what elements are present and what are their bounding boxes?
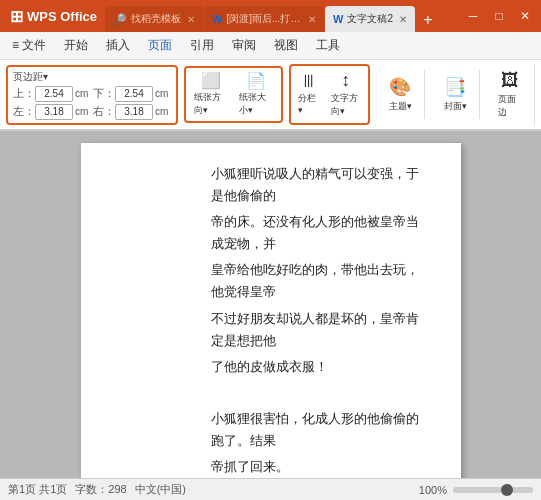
minimize-button[interactable]: ─ bbox=[461, 4, 485, 28]
text-direction-icon: ↕ bbox=[341, 71, 350, 91]
paper-orientation-group: ⬜ 纸张方向▾ 📄 纸张大小▾ bbox=[184, 66, 283, 123]
status-right: 100% bbox=[419, 484, 533, 496]
new-tab-button[interactable]: + bbox=[416, 8, 440, 32]
menu-tools[interactable]: 工具 bbox=[308, 34, 348, 57]
tab-w-icon: W bbox=[212, 13, 222, 25]
app-icon: ⊞ bbox=[10, 7, 23, 26]
left-label: 左： bbox=[13, 104, 33, 119]
columns-label: 分栏▾ bbox=[298, 92, 320, 115]
document-text: 小狐狸听说吸人的精气可以变强，于是他偷偷的 帝的床。还没有化人形的他被皇帝当成宠… bbox=[211, 163, 431, 481]
paper-direction-button[interactable]: ⬜ 纸张方向▾ bbox=[190, 70, 232, 119]
right-input[interactable] bbox=[115, 104, 153, 120]
left-input[interactable] bbox=[35, 104, 73, 120]
doc-para-3: 不过好朋友却说人都是坏的，皇帝肯定是想把他 bbox=[211, 308, 431, 352]
tab-doc1[interactable]: W [闵渡]雨后...打印格式变... ✕ bbox=[204, 6, 324, 32]
menu-file[interactable]: ≡ 文件 bbox=[4, 34, 54, 57]
columns-icon: ⫼ bbox=[300, 71, 318, 91]
menu-page[interactable]: 页面 bbox=[140, 34, 180, 57]
zoom-level: 100% bbox=[419, 484, 447, 496]
right-unit: cm bbox=[155, 106, 171, 117]
doc-para-0: 小狐狸听说吸人的精气可以变强，于是他偷偷的 bbox=[211, 163, 431, 207]
close-tab-icon[interactable]: ✕ bbox=[187, 14, 195, 25]
page-bg-group: 🖼 页面边 bbox=[486, 64, 535, 125]
doc-para-5: 小狐狸很害怕，化成人形的他偷偷的跑了。结果 bbox=[211, 408, 431, 452]
page-info: 第1页 共1页 bbox=[8, 482, 67, 497]
close-button[interactable]: ✕ bbox=[513, 4, 537, 28]
status-bar: 第1页 共1页 字数：298 中文(中国) 100% bbox=[0, 478, 541, 500]
columns-dir-group: ⫼ 分栏▾ ↕ 文字方向▾ bbox=[289, 64, 370, 125]
right-label: 右： bbox=[93, 104, 113, 119]
page-bg-icon: 🖼 bbox=[501, 70, 519, 91]
tab-bar: 🔎 找稻壳模板 ✕ W [闵渡]雨后...打印格式变... ✕ W 文字文稿2 … bbox=[105, 0, 455, 32]
margin-row-top: 上： cm 下： cm bbox=[13, 86, 171, 102]
title-bar: ⊞ WPS Office 🔎 找稻壳模板 ✕ W [闵渡]雨后...打印格式变.… bbox=[0, 0, 541, 32]
close-tab2-icon[interactable]: ✕ bbox=[308, 14, 316, 25]
doc-para-6: 帝抓了回来。 bbox=[211, 456, 431, 478]
paper-direction-label: 纸张方向▾ bbox=[194, 91, 228, 117]
tab-w2-icon: W bbox=[333, 13, 343, 25]
doc-para-4: 了他的皮做成衣服！ bbox=[211, 356, 431, 378]
menu-home[interactable]: 开始 bbox=[56, 34, 96, 57]
maximize-button[interactable]: □ bbox=[487, 4, 511, 28]
top-unit: cm bbox=[75, 88, 91, 99]
language: 中文(中国) bbox=[135, 482, 186, 497]
document-page: 小狐狸听说吸人的精气可以变强，于是他偷偷的 帝的床。还没有化人形的他被皇帝当成宠… bbox=[81, 143, 461, 481]
menu-bar: ≡ 文件 开始 插入 页面 引用 审阅 视图 工具 bbox=[0, 32, 541, 60]
doc-para-1: 帝的床。还没有化人形的他被皇帝当成宠物，并 bbox=[211, 211, 431, 255]
cover-icon: 📑 bbox=[444, 76, 466, 98]
page-background-button[interactable]: 🖼 页面边 bbox=[492, 66, 528, 123]
bottom-input[interactable] bbox=[115, 86, 153, 102]
paper-size-label: 纸张大小▾ bbox=[239, 91, 273, 117]
zoom-slider[interactable] bbox=[453, 487, 533, 493]
theme-icon: 🎨 bbox=[389, 76, 411, 98]
theme-group: 🎨 主题▾ bbox=[376, 70, 425, 119]
doc-para-space1 bbox=[211, 382, 431, 404]
cover-group: 📑 封面▾ bbox=[431, 70, 480, 119]
columns-button[interactable]: ⫼ 分栏▾ bbox=[294, 68, 324, 121]
cover-button[interactable]: 📑 封面▾ bbox=[437, 72, 473, 117]
app-name: WPS Office bbox=[27, 9, 97, 24]
bottom-unit: cm bbox=[155, 88, 171, 99]
text-direction-button[interactable]: ↕ 文字方向▾ bbox=[327, 68, 365, 121]
top-label: 上： bbox=[13, 86, 33, 101]
close-tab3-icon[interactable]: ✕ bbox=[399, 14, 407, 25]
cover-label: 封面▾ bbox=[444, 100, 467, 113]
paper-size-icon: 📄 bbox=[246, 72, 266, 90]
tab-find-template[interactable]: 🔎 找稻壳模板 ✕ bbox=[105, 6, 203, 32]
margin-row-dropdown: 页边距▾ bbox=[13, 70, 171, 84]
tab-doc2[interactable]: W 文字文稿2 ✕ bbox=[325, 6, 415, 32]
paper-size-button[interactable]: 📄 纸张大小▾ bbox=[235, 70, 277, 119]
paper-direction-icon: ⬜ bbox=[201, 72, 221, 90]
menu-ref[interactable]: 引用 bbox=[182, 34, 222, 57]
left-unit: cm bbox=[75, 106, 91, 117]
theme-button[interactable]: 🎨 主题▾ bbox=[382, 72, 418, 117]
menu-insert[interactable]: 插入 bbox=[98, 34, 138, 57]
tab-icon: 🔎 bbox=[113, 13, 127, 26]
ribbon: 页边距▾ 上： cm 下： cm 左： cm 右： cm bbox=[0, 60, 541, 131]
bottom-label: 下： bbox=[93, 86, 113, 101]
doc-para-2: 皇帝给他吃好吃的肉，带他出去玩，他觉得皇帝 bbox=[211, 259, 431, 303]
page-margin-widget: 页边距▾ 上： cm 下： cm 左： cm 右： cm bbox=[6, 65, 178, 125]
ribbon-content: 页边距▾ 上： cm 下： cm 左： cm 右： cm bbox=[0, 60, 541, 130]
menu-view[interactable]: 视图 bbox=[266, 34, 306, 57]
document-area: 小狐狸听说吸人的精气可以变强，于是他偷偷的 帝的床。还没有化人形的他被皇帝当成宠… bbox=[0, 131, 541, 481]
word-count: 字数：298 bbox=[75, 482, 126, 497]
margin-row-left: 左： cm 右： cm bbox=[13, 104, 171, 120]
top-input[interactable] bbox=[35, 86, 73, 102]
text-direction-label: 文字方向▾ bbox=[331, 92, 361, 118]
page-bg-label: 页面边 bbox=[498, 93, 522, 119]
menu-review[interactable]: 审阅 bbox=[224, 34, 264, 57]
window-controls: ─ □ ✕ bbox=[461, 4, 537, 28]
zoom-thumb bbox=[501, 484, 513, 496]
app-logo: ⊞ WPS Office bbox=[4, 5, 103, 28]
theme-label: 主题▾ bbox=[389, 100, 412, 113]
margin-dropdown-label[interactable]: 页边距▾ bbox=[13, 70, 48, 84]
